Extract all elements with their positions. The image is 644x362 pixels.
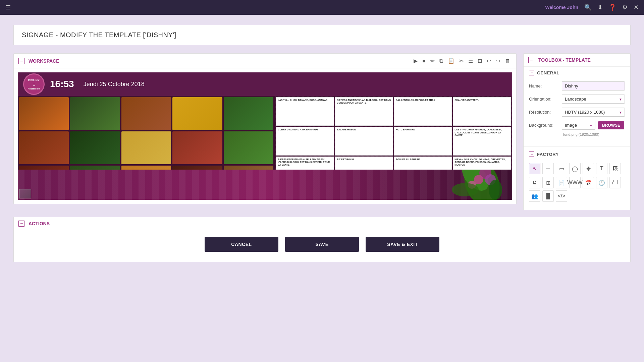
- page-title-bar: SIGNAGE - MODIFY THE TEMPLATE ['DISHNY']: [13, 25, 631, 45]
- save-exit-button[interactable]: SAVE & EXIT: [366, 237, 439, 252]
- factory-www-icon[interactable]: WWW: [569, 177, 581, 188]
- logo-subtitle: Restaurant: [28, 87, 40, 90]
- factory-rect-icon[interactable]: ▭: [556, 163, 567, 174]
- canvas-thumbnail: [19, 189, 31, 198]
- food-cell-4: [172, 97, 222, 130]
- orientation-select-wrapper: Landscape Portrait: [562, 95, 625, 104]
- logo-icon: ≡: [33, 82, 35, 87]
- factory-image-icon[interactable]: 🖼: [609, 163, 621, 174]
- factory-move-icon[interactable]: ✥: [583, 163, 594, 174]
- orientation-select[interactable]: Landscape Portrait: [562, 95, 625, 104]
- food-cell-7: [70, 131, 120, 164]
- menu-cell-1: LAS'TYAU CHOIX BANANE, ROSE, ANANAS: [276, 97, 334, 126]
- copy-icon[interactable]: ⧉: [438, 57, 444, 65]
- floral-decoration: [428, 170, 502, 200]
- top-navigation: ☰ Welcome John 🔍 ⬇ ❓ ⚙ ✕: [0, 0, 644, 15]
- factory-section-header[interactable]: − FACTORY: [524, 148, 630, 160]
- factory-rss-icon[interactable]: ⛙: [609, 177, 621, 188]
- page-content: SIGNAGE - MODIFY THE TEMPLATE ['DISHNY']…: [0, 15, 644, 272]
- actions-collapse-btn[interactable]: −: [18, 221, 24, 227]
- factory-code-icon[interactable]: </>: [556, 190, 567, 202]
- menu-cell-7: ROTU BAROTHA: [394, 127, 452, 155]
- menu-cell-6: SALADE MASON: [335, 127, 393, 155]
- resolution-row: Résolution: HDTV (644 x 362) HD (1280 …: [529, 108, 625, 117]
- food-cell-8: [121, 131, 171, 164]
- menu-cell-5: CURRY D'AGNEAU A GR EPINARDS: [276, 127, 334, 155]
- toolbox-collapse-btn[interactable]: −: [528, 57, 534, 63]
- save-button[interactable]: SAVE: [285, 237, 359, 252]
- factory-cursor-icon[interactable]: ↖: [529, 163, 540, 174]
- logo-circle: DISHNY ≡ Restaurant: [23, 73, 45, 95]
- factory-text-icon[interactable]: T: [596, 163, 607, 174]
- factory-ellipse-icon[interactable]: ◯: [569, 163, 581, 174]
- grid-icon[interactable]: ⊞: [476, 57, 483, 65]
- factory-screen-icon[interactable]: 🖥: [529, 177, 540, 188]
- food-cell-6: [19, 131, 69, 164]
- canvas-area[interactable]: DISHNY ≡ Restaurant 16:53 Jeudi 25 Octob…: [18, 72, 512, 200]
- resolution-select[interactable]: HDTV (644 x 362) HD (1280 x 720) VGA (…: [562, 108, 625, 117]
- actions-panel: − ACTIONS CANCEL SAVE SAVE & EXIT: [13, 217, 631, 262]
- general-title: GENERAL: [537, 70, 559, 75]
- username-text: John: [567, 5, 578, 10]
- general-section-body: Name: Orientation: Landscape Portrait: [524, 79, 630, 145]
- factory-icons-row-2: 🖥 ⊞ 📄 WWW 📅 🕐 ⛙ 👥 ▐▌ </>: [529, 177, 625, 202]
- svg-point-6: [452, 183, 479, 196]
- canvas-time: 16:53: [50, 79, 74, 89]
- actions-body: CANCEL SAVE SAVE & EXIT: [14, 230, 630, 262]
- workspace-title: WORKSPACE: [29, 58, 408, 64]
- menu-icon[interactable]: ☰: [5, 4, 11, 11]
- orientation-row: Orientation: Landscape Portrait: [529, 95, 625, 104]
- factory-social-icon[interactable]: 👥: [529, 190, 540, 202]
- canvas-inner: DISHNY ≡ Restaurant 16:53 Jeudi 25 Octob…: [18, 72, 512, 200]
- toolbox-title: TOOLBOX - TEMPLATE: [538, 57, 626, 63]
- cut-icon[interactable]: ✂: [458, 57, 465, 65]
- canvas-bottom-bar: [18, 170, 512, 200]
- background-select[interactable]: Image Color Video: [562, 121, 595, 130]
- download-icon[interactable]: ⬇: [598, 4, 603, 11]
- name-input[interactable]: [562, 81, 625, 90]
- close-icon[interactable]: ✕: [634, 4, 639, 11]
- workspace-header: − WORKSPACE ▶ ■ ✏ ⧉ 📋 ✂ ☰ ⊞ ↩ ↪ 🗑: [14, 54, 516, 68]
- stop-icon[interactable]: ■: [421, 57, 427, 65]
- file-info: fond.png (644x362): [563, 132, 599, 136]
- factory-file-icon[interactable]: 📄: [556, 177, 567, 188]
- page-title: SIGNAGE - MODIFY THE TEMPLATE ['DISHNY']: [22, 31, 622, 39]
- paste-icon[interactable]: 📋: [446, 57, 456, 65]
- welcome-text: Welcome John: [545, 5, 578, 10]
- settings-icon[interactable]: ⚙: [622, 4, 628, 11]
- actions-header: − ACTIONS: [14, 217, 630, 230]
- help-icon[interactable]: ❓: [609, 4, 616, 11]
- name-row: Name:: [529, 81, 625, 90]
- factory-layout-icon[interactable]: ⊞: [542, 177, 554, 188]
- workspace-collapse-btn[interactable]: −: [18, 58, 24, 64]
- factory-barcode-icon[interactable]: ▐▌: [542, 190, 554, 202]
- factory-body: ↖ ─ ▭ ◯ ✥ T 🖼 🖥 ⊞ 📄 WWW 📅 🕐 ⛙: [524, 160, 630, 210]
- canvas-header: DISHNY ≡ Restaurant 16:53 Jeudi 25 Octob…: [18, 72, 512, 96]
- resolution-label: Résolution:: [529, 110, 559, 115]
- background-label: Background:: [529, 123, 559, 128]
- general-collapse-btn[interactable]: −: [529, 70, 534, 75]
- cancel-button[interactable]: CANCEL: [205, 237, 278, 252]
- browse-button[interactable]: BROWSE: [598, 121, 624, 129]
- canvas-bottom-pattern: [18, 170, 512, 200]
- list-icon[interactable]: ☰: [467, 57, 474, 65]
- delete-icon[interactable]: 🗑: [503, 57, 512, 65]
- actions-title: ACTIONS: [29, 221, 626, 226]
- factory-clock-icon[interactable]: 🕐: [596, 177, 607, 188]
- menu-cell-4: CHAUVEGASETTE TU: [453, 97, 511, 126]
- factory-calendar-icon[interactable]: 📅: [583, 177, 594, 188]
- menu-cell-3: DAL LENTILLES AU POULET THAK: [394, 97, 452, 126]
- general-section-header[interactable]: − GENERAL: [524, 67, 630, 79]
- undo-icon[interactable]: ↩: [485, 57, 492, 65]
- redo-icon[interactable]: ↪: [494, 57, 501, 65]
- play-icon[interactable]: ▶: [412, 57, 419, 65]
- search-icon[interactable]: 🔍: [584, 4, 592, 11]
- factory-title: FACTORY: [537, 152, 559, 157]
- orientation-label: Orientation:: [529, 97, 559, 102]
- factory-collapse-btn[interactable]: −: [529, 152, 534, 157]
- factory-icons-row-1: ↖ ─ ▭ ◯ ✥ T 🖼: [529, 163, 625, 174]
- factory-line-icon[interactable]: ─: [542, 163, 554, 174]
- edit-icon[interactable]: ✏: [429, 57, 436, 65]
- section-divider: [524, 146, 630, 147]
- food-cell-3: [121, 97, 171, 130]
